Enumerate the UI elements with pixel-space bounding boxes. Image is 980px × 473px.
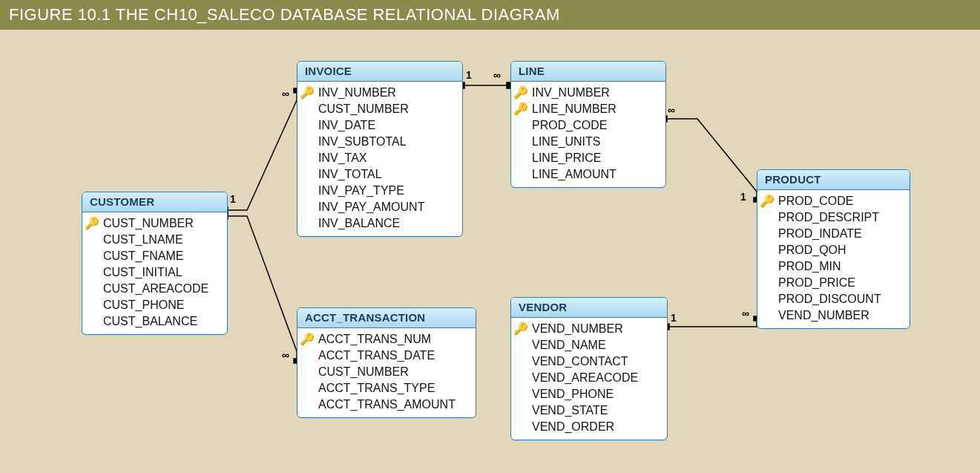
- attr-label: CUST_NUMBER: [317, 364, 409, 380]
- attr-line-3: LINE_UNITS: [516, 134, 660, 150]
- attr-label: VEND_CONTACT: [530, 353, 628, 370]
- attr-customer-3: CUST_INITIAL: [87, 264, 221, 281]
- entity-product-header: PRODUCT: [757, 170, 910, 190]
- attr-label: CUST_AREACODE: [102, 281, 208, 297]
- entity-customer: CUSTOMER 🔑CUST_NUMBERCUST_LNAMECUST_FNAM…: [82, 192, 228, 335]
- attr-vendor-2: VEND_CONTACT: [516, 353, 661, 370]
- attr-product-4: PROD_MIN: [762, 258, 904, 275]
- attr-customer-5: CUST_PHONE: [87, 297, 221, 313]
- attr-line-4: LINE_PRICE: [516, 150, 660, 166]
- attr-customer-1: CUST_LNAME: [87, 232, 221, 248]
- entity-customer-header: CUSTOMER: [82, 192, 227, 212]
- attr-label: PROD_DISCOUNT: [777, 291, 881, 307]
- attr-label: INV_PAY_TYPE: [317, 183, 404, 199]
- attr-label: PROD_INDATE: [777, 226, 862, 242]
- key-icon: 🔑: [87, 215, 97, 232]
- figure-title: FIGURE 10.1 THE CH10_SALECO DATABASE REL…: [0, 0, 980, 30]
- attr-line-0: 🔑INV_NUMBER: [516, 85, 660, 101]
- attr-vendor-5: VEND_STATE: [516, 402, 661, 419]
- attr-product-1: PROD_DESCRIPT: [762, 209, 904, 226]
- attr-label: VEND_AREACODE: [530, 370, 638, 386]
- card-line-product-1: 1: [740, 191, 746, 203]
- attr-label: PROD_CODE: [777, 193, 853, 209]
- attr-label: ACCT_TRANS_DATE: [317, 348, 435, 364]
- entity-acct-transaction: ACCT_TRANSACTION 🔑ACCT_TRANS_NUMACCT_TRA…: [297, 307, 476, 418]
- entity-vendor: VENDOR 🔑VEND_NUMBERVEND_NAMEVEND_CONTACT…: [510, 297, 668, 440]
- entity-acct-transaction-header: ACCT_TRANSACTION: [297, 308, 476, 328]
- attr-customer-0: 🔑CUST_NUMBER: [87, 215, 221, 232]
- attr-product-2: PROD_INDATE: [762, 226, 904, 242]
- attr-label: INV_BALANCE: [317, 215, 400, 232]
- attr-label: ACCT_TRANS_NUM: [317, 331, 431, 348]
- attr-label: INV_TAX: [317, 150, 367, 166]
- entity-invoice-header: INVOICE: [297, 62, 462, 82]
- attr-vendor-4: VEND_PHONE: [516, 386, 661, 402]
- card-line-product-many: ∞: [668, 104, 675, 116]
- attr-customer-6: CUST_BALANCE: [87, 313, 221, 330]
- attr-label: PROD_QOH: [777, 242, 846, 258]
- key-icon: 🔑: [302, 85, 312, 101]
- figure-container: FIGURE 10.1 THE CH10_SALECO DATABASE REL…: [0, 0, 980, 473]
- entity-acct-transaction-body: 🔑ACCT_TRANS_NUMACCT_TRANS_DATECUST_NUMBE…: [297, 328, 476, 417]
- attr-invoice-5: INV_TOTAL: [302, 166, 456, 183]
- attr-label: ACCT_TRANS_AMOUNT: [317, 397, 456, 413]
- attr-customer-4: CUST_AREACODE: [87, 281, 221, 297]
- attr-vendor-0: 🔑VEND_NUMBER: [516, 321, 661, 337]
- attr-label: VEND_NAME: [530, 337, 606, 353]
- attr-acct_transaction-0: 🔑ACCT_TRANS_NUM: [302, 331, 470, 348]
- entity-invoice: INVOICE 🔑INV_NUMBERCUST_NUMBERINV_DATEIN…: [297, 61, 463, 237]
- attr-label: VEND_STATE: [530, 402, 608, 419]
- attr-invoice-3: INV_SUBTOTAL: [302, 134, 456, 150]
- attr-invoice-8: INV_BALANCE: [302, 215, 456, 232]
- attr-label: PROD_DESCRIPT: [777, 209, 879, 226]
- attr-label: INV_PAY_AMOUNT: [317, 199, 424, 215]
- card-invoice-line-1: 1: [466, 69, 472, 81]
- attr-acct_transaction-2: CUST_NUMBER: [302, 364, 470, 380]
- attr-invoice-2: INV_DATE: [302, 117, 456, 134]
- attr-product-5: PROD_PRICE: [762, 275, 904, 291]
- entity-line-header: LINE: [511, 62, 665, 82]
- attr-invoice-1: CUST_NUMBER: [302, 101, 456, 117]
- attr-label: INV_SUBTOTAL: [317, 134, 407, 150]
- entity-vendor-header: VENDOR: [511, 298, 667, 318]
- key-icon: 🔑: [516, 321, 526, 337]
- attr-line-1: 🔑LINE_NUMBER: [516, 101, 660, 117]
- attr-label: INV_NUMBER: [530, 85, 610, 101]
- attr-label: PROD_CODE: [530, 117, 607, 134]
- card-acct-side: ∞: [282, 349, 289, 361]
- attr-invoice-6: INV_PAY_TYPE: [302, 183, 456, 199]
- card-vendor-product-many: ∞: [742, 307, 749, 319]
- entity-line: LINE 🔑INV_NUMBER🔑LINE_NUMBERPROD_CODELIN…: [510, 61, 666, 188]
- attr-invoice-7: INV_PAY_AMOUNT: [302, 199, 456, 215]
- attr-label: LINE_AMOUNT: [530, 166, 616, 183]
- attr-label: PROD_PRICE: [777, 275, 855, 291]
- attr-label: LINE_PRICE: [530, 150, 601, 166]
- attr-label: CUST_LNAME: [102, 232, 183, 248]
- key-icon: 🔑: [762, 193, 772, 209]
- card-vendor-product-1: 1: [671, 312, 677, 324]
- attr-invoice-0: 🔑INV_NUMBER: [302, 85, 456, 101]
- attr-label: PROD_MIN: [777, 258, 841, 275]
- attr-label: INV_NUMBER: [317, 85, 396, 101]
- attr-label: VEND_PHONE: [530, 386, 614, 402]
- card-invoice-line-many: ∞: [493, 69, 501, 81]
- entity-product: PRODUCT 🔑PROD_CODEPROD_DESCRIPTPROD_INDA…: [757, 169, 910, 329]
- attr-acct_transaction-3: ACCT_TRANS_TYPE: [302, 380, 470, 397]
- key-icon: 🔑: [516, 85, 526, 101]
- attr-customer-2: CUST_FNAME: [87, 248, 221, 264]
- entity-vendor-body: 🔑VEND_NUMBERVEND_NAMEVEND_CONTACTVEND_AR…: [511, 318, 667, 440]
- entity-customer-body: 🔑CUST_NUMBERCUST_LNAMECUST_FNAMECUST_INI…: [82, 212, 227, 334]
- attr-label: INV_DATE: [317, 117, 375, 134]
- attr-product-0: 🔑PROD_CODE: [762, 193, 904, 209]
- attr-product-7: VEND_NUMBER: [762, 307, 904, 324]
- attr-line-2: PROD_CODE: [516, 117, 660, 134]
- attr-product-6: PROD_DISCOUNT: [762, 291, 904, 307]
- attr-label: CUST_FNAME: [102, 248, 183, 264]
- attr-label: CUST_BALANCE: [102, 313, 197, 330]
- attr-label: VEND_NUMBER: [530, 321, 623, 337]
- attr-vendor-3: VEND_AREACODE: [516, 370, 661, 386]
- attr-label: CUST_INITIAL: [102, 264, 182, 281]
- attr-vendor-1: VEND_NAME: [516, 337, 661, 353]
- attr-label: VEND_ORDER: [530, 419, 614, 435]
- attr-label: VEND_NUMBER: [777, 307, 869, 324]
